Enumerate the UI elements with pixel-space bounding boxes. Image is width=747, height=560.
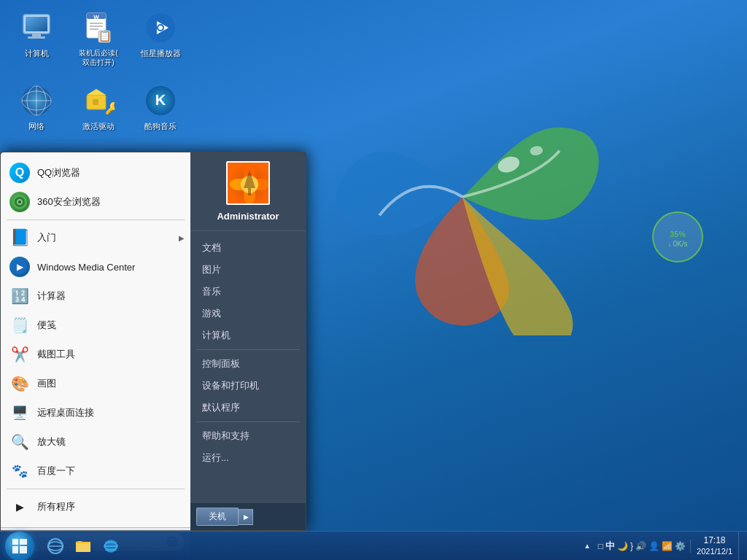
baidu-icon: 🐾 xyxy=(12,463,28,479)
menu-separator-1 xyxy=(7,219,185,220)
start-right-games[interactable]: 游戏 xyxy=(190,303,306,324)
start-item-360-browser[interactable]: 360安全浏览器 xyxy=(1,187,190,217)
taskbar-network[interactable] xyxy=(42,533,69,559)
all-programs-icon: ▶ xyxy=(16,501,24,513)
start-menu-right: Administrator 文档 图片 音乐 游戏 计算机 控制面板 设备和打印… xyxy=(190,152,306,530)
system-tray: ▲ □ 中 🌙 } 🔊 👤 📶 ⚙️ 17:18 2021/12/1 xyxy=(582,532,747,560)
rdp-icon: 🖥️ xyxy=(12,405,28,421)
qq-icon: Q xyxy=(9,163,30,183)
user-name: Administrator xyxy=(217,211,279,222)
tray-expand[interactable]: ▲ xyxy=(582,542,592,550)
start-right-pics[interactable]: 图片 xyxy=(190,259,306,281)
tray-icon-3[interactable]: } xyxy=(630,541,633,551)
start-right-default-progs[interactable]: 默认程序 xyxy=(190,397,306,419)
taskbar: ▲ □ 中 🌙 } 🔊 👤 📶 ⚙️ 17:18 2021/12/1 xyxy=(0,531,747,560)
start-right-run[interactable]: 运行... xyxy=(190,447,306,469)
svg-text:🔑: 🔑 xyxy=(105,101,115,115)
desktop-icon-network[interactable]: 网络 xyxy=(7,80,66,134)
submenu-arrow: ▶ xyxy=(179,234,185,242)
start-right-docs[interactable]: 文档 xyxy=(190,237,306,259)
snip-icon: ✂️ xyxy=(11,346,29,363)
tray-icon-moon[interactable]: 🌙 xyxy=(617,541,628,551)
rumen-icon: 📘 xyxy=(10,228,30,247)
start-item-paint[interactable]: 🎨 画图 xyxy=(1,369,190,398)
shutdown-arrow[interactable]: ▶ xyxy=(239,509,253,525)
start-right-computer[interactable]: 计算机 xyxy=(190,324,306,346)
shutdown-button[interactable]: 关机 xyxy=(196,508,239,526)
taskbar-ie[interactable] xyxy=(98,533,124,559)
tray-icon-settings[interactable]: ⚙️ xyxy=(675,541,686,551)
tray-icon-vol[interactable]: 🔊 xyxy=(635,541,646,551)
svg-text:W: W xyxy=(93,14,99,20)
start-item-rdp[interactable]: 🖥️ 远程桌面连接 xyxy=(1,398,190,427)
tray-lang[interactable]: 中 xyxy=(605,540,615,553)
svg-rect-26 xyxy=(93,99,98,105)
calc-icon: 🔢 xyxy=(11,287,29,305)
menu-separator-2 xyxy=(7,489,185,489)
desktop-icon-computer[interactable]: 计算机 xyxy=(7,7,66,70)
svg-rect-44 xyxy=(248,188,251,195)
net-percent: 35% xyxy=(670,227,686,240)
start-item-all-programs[interactable]: ▶ 所有程序 xyxy=(1,492,190,521)
start-right-control-panel[interactable]: 控制面板 xyxy=(190,353,306,375)
svg-rect-5 xyxy=(28,36,45,39)
taskbar-explorer[interactable] xyxy=(70,533,96,559)
start-item-baidu[interactable]: 🐾 百度一下 xyxy=(1,456,190,486)
right-separator-2 xyxy=(196,421,300,422)
right-separator xyxy=(196,349,300,350)
start-item-rumen[interactable]: 📘 入门 ▶ xyxy=(1,223,190,252)
start-right-devices[interactable]: 设备和打印机 xyxy=(190,375,306,397)
start-item-wmc[interactable]: ▶ Windows Media Center xyxy=(1,252,190,281)
paint-icon: 🎨 xyxy=(11,375,29,392)
magnifier-icon: 🔍 xyxy=(11,433,29,451)
svg-rect-6 xyxy=(26,17,47,31)
user-avatar[interactable] xyxy=(226,161,270,205)
net-speed: ↓ 0K/s xyxy=(667,240,687,248)
tray-icon-user[interactable]: 👤 xyxy=(649,541,659,551)
svg-text:📋: 📋 xyxy=(98,30,112,42)
start-menu-left: Q QQ浏览器 xyxy=(1,152,190,530)
start-item-sticky[interactable]: 🗒️ 便笺 xyxy=(1,311,190,340)
svg-point-18 xyxy=(158,26,163,30)
desktop-icon-hengxing[interactable]: 恒星播放器 xyxy=(131,7,190,70)
start-item-magnifier[interactable]: 🔍 放大镜 xyxy=(1,427,190,456)
taskbar-apps xyxy=(39,533,127,559)
svg-point-34 xyxy=(18,201,21,203)
svg-text:K: K xyxy=(155,92,166,108)
tray-clock[interactable]: 17:18 2021/12/1 xyxy=(692,535,737,557)
start-menu-user: Administrator xyxy=(190,152,306,231)
net-speed-widget[interactable]: 35% ↓ 0K/s xyxy=(652,211,703,262)
show-desktop-button[interactable] xyxy=(738,532,744,560)
start-item-calculator[interactable]: 🔢 计算器 xyxy=(1,281,190,311)
svg-marker-25 xyxy=(87,89,106,95)
windows-logo xyxy=(324,58,601,335)
start-menu: Q QQ浏览器 xyxy=(0,152,306,531)
tray-icons: □ 中 🌙 } 🔊 👤 📶 ⚙️ xyxy=(594,540,691,553)
sticky-icon: 🗒️ xyxy=(11,316,29,334)
start-item-qq-browser[interactable]: Q QQ浏览器 xyxy=(1,158,190,187)
tray-icon-net[interactable]: 📶 xyxy=(662,541,673,551)
desktop-icon-driver[interactable]: 🔑 激活驱动 xyxy=(69,80,128,134)
desktop: 35% ↓ 0K/s xyxy=(0,0,747,560)
shutdown-bar: 关机 ▶ xyxy=(190,502,306,530)
start-item-snip[interactable]: ✂️ 截图工具 xyxy=(1,340,190,369)
desktop-icon-postinstall[interactable]: W 📋 装机后必读(双击打开) xyxy=(69,7,128,70)
svg-text:▶: ▶ xyxy=(17,262,24,272)
360-icon xyxy=(9,192,30,212)
start-right-items: 文档 图片 音乐 游戏 计算机 控制面板 设备和打印机 默认程序 帮助和支持 运… xyxy=(190,231,306,502)
wmc-icon: ▶ xyxy=(9,257,30,277)
start-orb xyxy=(5,532,34,561)
start-right-music[interactable]: 音乐 xyxy=(190,281,306,303)
start-button[interactable] xyxy=(0,532,39,561)
start-right-help[interactable]: 帮助和支持 xyxy=(190,425,306,447)
start-menu-items: Q QQ浏览器 xyxy=(1,152,190,527)
desktop-icon-kugo[interactable]: K 酷狗音乐 xyxy=(131,80,190,134)
tray-icon-1[interactable]: □ xyxy=(598,541,603,551)
